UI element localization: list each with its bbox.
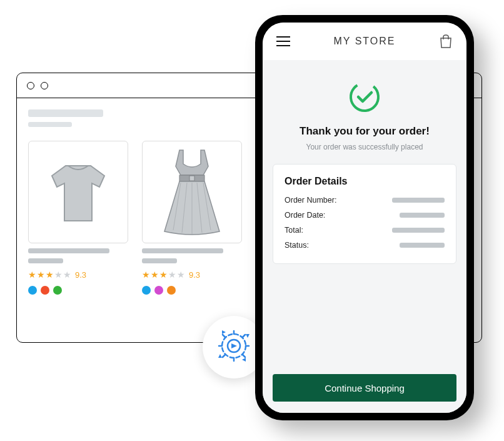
swatch[interactable] xyxy=(142,286,151,295)
gear-play-icon xyxy=(213,325,255,369)
star-icon: ★ xyxy=(151,270,159,280)
menu-icon[interactable] xyxy=(276,36,290,46)
product-card[interactable]: ★ ★ ★ ★ ★ 9.3 xyxy=(28,141,128,295)
success-check-icon xyxy=(348,80,381,116)
rating-value: 9.3 xyxy=(75,270,86,280)
phone-body: Thank you for your order! Your order was… xyxy=(263,60,466,413)
product-rating: ★ ★ ★ ★ ★ 9.3 xyxy=(28,270,128,280)
shopping-bag-icon[interactable] xyxy=(439,34,453,49)
tshirt-icon xyxy=(41,155,116,230)
product-image xyxy=(28,141,128,243)
value-placeholder xyxy=(392,228,445,233)
phone-mockup: MY STORE Thank you for your order! Your … xyxy=(255,15,474,420)
product-price-skeleton xyxy=(142,258,177,263)
skeleton-subtitle xyxy=(28,122,72,127)
swatch[interactable] xyxy=(53,286,62,295)
star-icon: ★ xyxy=(177,270,185,280)
star-icon: ★ xyxy=(63,270,71,280)
product-card[interactable]: ★ ★ ★ ★ ★ 9.3 xyxy=(142,141,242,295)
product-image xyxy=(142,141,242,243)
dress-icon xyxy=(154,145,229,239)
star-icon: ★ xyxy=(37,270,45,280)
value-placeholder xyxy=(400,243,445,248)
value-placeholder xyxy=(400,213,445,218)
detail-row: Order Number: xyxy=(285,196,445,205)
label-order-number: Order Number: xyxy=(285,196,336,205)
svg-point-4 xyxy=(348,80,381,114)
svg-rect-1 xyxy=(189,176,194,181)
detail-row: Total: xyxy=(285,226,445,235)
swatch[interactable] xyxy=(28,286,37,295)
swatch[interactable] xyxy=(41,286,49,295)
phone-header: MY STORE xyxy=(263,23,466,60)
swatch[interactable] xyxy=(167,286,176,295)
product-name-skeleton xyxy=(142,248,223,253)
thank-you-heading: Thank you for your order! xyxy=(273,125,456,138)
confirmation-subtext: Your order was successfully placed xyxy=(273,143,456,151)
skeleton-title xyxy=(28,109,103,117)
star-rating: ★ ★ ★ ★ ★ xyxy=(28,270,71,280)
value-placeholder xyxy=(392,198,445,203)
detail-row: Status: xyxy=(285,241,445,250)
store-title: MY STORE xyxy=(334,36,396,47)
order-details-card: Order Details Order Number: Order Date: … xyxy=(273,164,456,264)
rating-value: 9.3 xyxy=(189,270,200,280)
order-details-heading: Order Details xyxy=(285,176,445,187)
phone-screen: MY STORE Thank you for your order! Your … xyxy=(263,23,466,413)
product-rating: ★ ★ ★ ★ ★ 9.3 xyxy=(142,270,242,280)
window-control-dot[interactable] xyxy=(27,82,34,89)
color-swatches xyxy=(28,286,128,295)
star-icon: ★ xyxy=(46,270,54,280)
star-icon: ★ xyxy=(54,270,63,280)
label-order-date: Order Date: xyxy=(285,211,325,220)
star-icon: ★ xyxy=(168,270,176,280)
star-rating: ★ ★ ★ ★ ★ xyxy=(142,270,185,280)
label-total: Total: xyxy=(285,226,303,235)
star-icon: ★ xyxy=(28,270,36,280)
color-swatches xyxy=(142,286,242,295)
window-control-dot[interactable] xyxy=(41,82,48,89)
label-status: Status: xyxy=(285,241,309,250)
detail-row: Order Date: xyxy=(285,211,445,220)
swatch[interactable] xyxy=(154,286,163,295)
product-name-skeleton xyxy=(28,248,109,253)
product-price-skeleton xyxy=(28,258,63,263)
continue-shopping-button[interactable]: Continue Shopping xyxy=(273,374,456,402)
star-icon: ★ xyxy=(142,270,150,280)
star-icon: ★ xyxy=(159,270,168,280)
